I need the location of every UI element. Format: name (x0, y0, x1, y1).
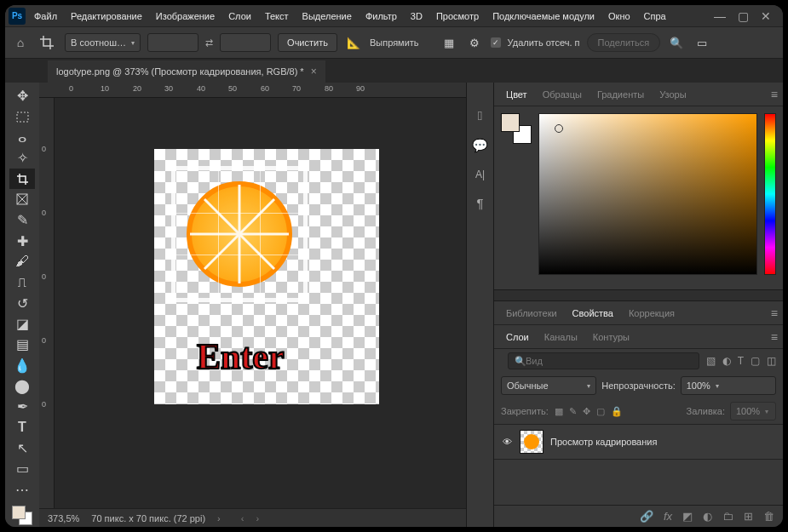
opacity-input[interactable]: 100%▾ (681, 376, 776, 395)
filter-adjust-icon[interactable]: ◐ (722, 355, 731, 367)
eraser-tool[interactable]: ◪ (9, 314, 35, 334)
workspace-icon[interactable]: ▭ (693, 33, 711, 52)
crop-tool-icon[interactable] (36, 31, 58, 54)
maximize-icon[interactable]: ▢ (738, 9, 749, 23)
layer-thumbnail[interactable] (520, 430, 544, 454)
tab-channels[interactable]: Каналы (538, 329, 584, 346)
menu-filter[interactable]: Фильтр (360, 9, 402, 24)
menu-image[interactable]: Изображение (151, 9, 220, 24)
menu-window[interactable]: Окно (603, 9, 636, 24)
tab-adjustments[interactable]: Коррекция (622, 305, 682, 322)
glyphs-icon[interactable]: A| (475, 169, 485, 180)
marquee-tool[interactable] (9, 106, 35, 126)
document-tab[interactable]: logotype.png @ 373% (Просмотр кадрирован… (48, 60, 325, 83)
gradient-tool[interactable]: ▤ (9, 335, 35, 354)
panel-menu-icon[interactable]: ≡ (771, 306, 778, 320)
share-button[interactable]: Поделиться (587, 33, 661, 52)
layer-filter-input[interactable] (508, 352, 699, 369)
tab-swatches[interactable]: Образцы (536, 86, 589, 103)
color-swatches[interactable] (10, 504, 34, 527)
lock-artboard-icon[interactable]: ▢ (596, 406, 605, 417)
heal-tool[interactable]: ✚ (9, 231, 35, 250)
link-layers-icon[interactable]: 🔗 (640, 510, 653, 523)
filter-smart-icon[interactable]: ◫ (767, 355, 776, 367)
filter-pixel-icon[interactable]: ▧ (706, 355, 716, 367)
panel-menu-icon[interactable]: ≡ (771, 330, 778, 344)
fill-input[interactable]: 100%▾ (730, 402, 776, 420)
layer-mask-icon[interactable]: ◩ (682, 510, 693, 523)
zoom-level[interactable]: 373,5% (48, 513, 79, 523)
info-chevron-icon[interactable]: › (217, 513, 221, 523)
canvas-stage[interactable]: Enter (55, 98, 466, 508)
history-brush-tool[interactable]: ↺ (9, 293, 35, 312)
visibility-icon[interactable]: 👁 (501, 437, 513, 447)
clear-button[interactable]: Очистить (278, 33, 337, 52)
ruler-vertical[interactable]: 0 0 0 0 0 (39, 98, 55, 508)
tab-color[interactable]: Цвет (499, 86, 534, 103)
adjustment-layer-icon[interactable]: ◐ (703, 510, 712, 523)
hue-slider[interactable] (764, 113, 776, 275)
ruler-horizontal[interactable]: 0 10 20 30 40 50 60 70 80 90 (39, 83, 466, 98)
type-tool[interactable]: T (9, 418, 35, 438)
filter-type-icon[interactable]: T (738, 355, 744, 367)
scroll-left-icon[interactable]: ‹ (241, 513, 244, 523)
delete-cropped-checkbox[interactable]: ✓ (491, 37, 501, 48)
menu-plugins[interactable]: Подключаемые модули (487, 9, 600, 24)
menu-3d[interactable]: 3D (406, 9, 428, 24)
group-icon[interactable]: 🗀 (722, 510, 733, 523)
move-tool[interactable]: ✥ (9, 86, 35, 106)
lock-position-icon[interactable]: ✥ (583, 406, 590, 417)
swap-icon[interactable]: ⇄ (205, 37, 213, 49)
shape-tool[interactable]: ▭ (9, 459, 35, 478)
stamp-tool[interactable]: ⎍ (9, 272, 35, 292)
menu-view[interactable]: Просмотр (431, 9, 484, 24)
fgbg-swatches[interactable] (501, 113, 532, 144)
menu-text[interactable]: Текст (260, 9, 294, 24)
frame-tool[interactable] (9, 190, 35, 209)
layer-fx-icon[interactable]: fx (664, 510, 672, 523)
paragraph-icon[interactable]: ¶ (476, 196, 483, 210)
tab-properties[interactable]: Свойства (566, 305, 620, 322)
blend-mode-dropdown[interactable]: Обычные ▾ (501, 376, 596, 395)
crop-tool[interactable] (9, 169, 35, 188)
fg-color[interactable] (12, 506, 26, 519)
ratio-width-input[interactable] (147, 33, 198, 52)
layer-row[interactable]: 👁 Просмотр кадрирования (494, 424, 783, 460)
tab-close-icon[interactable]: × (311, 66, 317, 77)
layer-name[interactable]: Просмотр кадрирования (550, 437, 657, 447)
tab-gradients[interactable]: Градиенты (590, 86, 651, 103)
menu-file[interactable]: Файл (29, 9, 62, 24)
menu-layers[interactable]: Слои (223, 9, 256, 24)
menu-edit[interactable]: Редактирование (66, 9, 147, 24)
settings-icon[interactable]: ⚙ (465, 33, 484, 52)
menu-select[interactable]: Выделение (297, 9, 357, 24)
histogram-icon[interactable]: 󰄄 (478, 108, 482, 123)
eyedropper-tool[interactable]: ✎ (9, 210, 35, 230)
ratio-height-input[interactable] (220, 33, 271, 52)
tab-patterns[interactable]: Узоры (653, 86, 693, 103)
lock-pixels-icon[interactable]: ▩ (555, 406, 563, 417)
home-icon[interactable]: ⌂ (12, 34, 29, 51)
grid-overlay-icon[interactable]: ▦ (440, 33, 458, 52)
tab-layers[interactable]: Слои (499, 329, 536, 346)
minimize-icon[interactable]: — (714, 9, 726, 23)
lock-all-icon[interactable]: 🔒 (611, 406, 623, 417)
filter-shape-icon[interactable]: ▢ (751, 355, 760, 367)
ratio-dropdown[interactable]: В соотнош… ▾ (65, 33, 141, 52)
fg-swatch[interactable] (501, 113, 520, 132)
wand-tool[interactable]: ✧ (9, 148, 35, 168)
delete-layer-icon[interactable]: 🗑 (763, 510, 774, 523)
panel-menu-icon[interactable]: ≡ (771, 88, 778, 101)
tab-paths[interactable]: Контуры (586, 329, 636, 346)
search-icon[interactable]: 🔍 (667, 33, 686, 52)
lasso-tool[interactable]: ⴰ (9, 128, 35, 147)
comments-icon[interactable]: 💬 (472, 138, 488, 153)
pen-tool[interactable]: ✒ (9, 397, 35, 416)
more-tools[interactable]: ⋯ (9, 480, 35, 500)
brush-tool[interactable]: 🖌 (9, 252, 35, 272)
scroll-right-icon[interactable]: › (256, 513, 259, 523)
crop-selection[interactable] (175, 170, 303, 298)
tab-libraries[interactable]: Библиотеки (499, 305, 564, 322)
close-icon[interactable]: ✕ (761, 9, 771, 23)
dodge-tool[interactable]: ⬤ (9, 376, 35, 396)
